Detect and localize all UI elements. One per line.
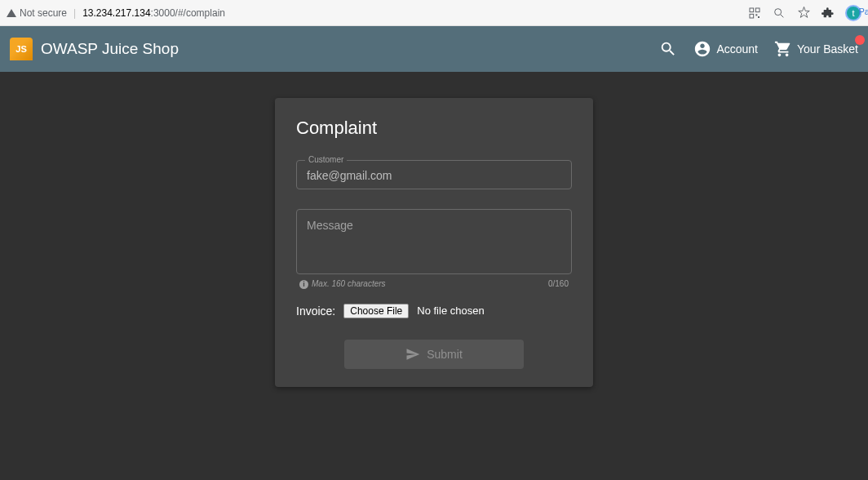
invoice-row: Invoice: Choose File No file chosen <box>296 304 572 318</box>
svg-point-5 <box>775 8 782 15</box>
submit-button[interactable]: Submit <box>344 340 524 369</box>
customer-label: Customer <box>305 155 347 164</box>
message-hints: iMax. 160 characters 0/160 <box>296 279 572 289</box>
svg-rect-1 <box>755 8 760 12</box>
max-chars-hint: iMax. 160 characters <box>299 279 386 289</box>
browser-actions: t Pa <box>747 5 861 21</box>
complaint-card: Complaint Customer fake@gmail.com Messag… <box>275 98 593 387</box>
search-icon <box>659 40 677 58</box>
basket-button[interactable]: Your Basket <box>774 40 858 58</box>
customer-value: fake@gmail.com <box>307 169 561 182</box>
star-icon[interactable] <box>796 6 811 20</box>
app-header: JS OWASP Juice Shop Account Your Basket <box>0 26 868 72</box>
svg-rect-4 <box>758 16 760 18</box>
logo-icon: JS <box>10 38 33 60</box>
pa-snippet: Pa <box>859 7 868 16</box>
extensions-icon[interactable] <box>821 6 835 20</box>
warning-icon <box>7 9 16 17</box>
header-actions: Account Your Basket <box>659 40 858 58</box>
basket-badge <box>855 35 865 45</box>
main-content: Complaint Customer fake@gmail.com Messag… <box>0 72 868 387</box>
account-icon <box>693 40 711 58</box>
send-icon <box>405 347 420 362</box>
url-text[interactable]: 13.234.217.134:3000/#/complain <box>82 7 225 19</box>
char-counter: 0/160 <box>548 279 569 289</box>
choose-file-button[interactable]: Choose File <box>343 304 409 318</box>
svg-rect-3 <box>755 14 757 16</box>
message-field[interactable]: Message <box>296 209 572 274</box>
qr-icon[interactable] <box>747 6 762 20</box>
info-icon: i <box>299 280 308 289</box>
account-label: Account <box>716 42 758 56</box>
browser-address-bar: Not secure | 13.234.217.134:3000/#/compl… <box>0 0 868 26</box>
svg-rect-0 <box>750 8 754 12</box>
message-placeholder: Message <box>307 219 353 232</box>
security-label: Not secure <box>20 7 67 19</box>
card-title: Complaint <box>296 118 572 139</box>
submit-label: Submit <box>427 348 463 361</box>
brand-title: OWASP Juice Shop <box>41 40 179 58</box>
invoice-label: Invoice: <box>296 304 335 318</box>
customer-field: Customer fake@gmail.com <box>296 160 572 189</box>
divider: | <box>73 7 76 19</box>
security-status[interactable]: Not secure <box>7 7 67 19</box>
svg-line-6 <box>781 15 783 17</box>
brand[interactable]: JS OWASP Juice Shop <box>10 38 179 60</box>
file-status: No file chosen <box>417 304 484 317</box>
zoom-icon[interactable] <box>772 6 786 20</box>
cart-icon <box>774 40 792 58</box>
svg-rect-2 <box>750 14 754 18</box>
search-button[interactable] <box>659 40 677 58</box>
url-section: Not secure | 13.234.217.134:3000/#/compl… <box>7 7 225 19</box>
account-button[interactable]: Account <box>693 40 758 58</box>
basket-label: Your Basket <box>797 42 858 56</box>
